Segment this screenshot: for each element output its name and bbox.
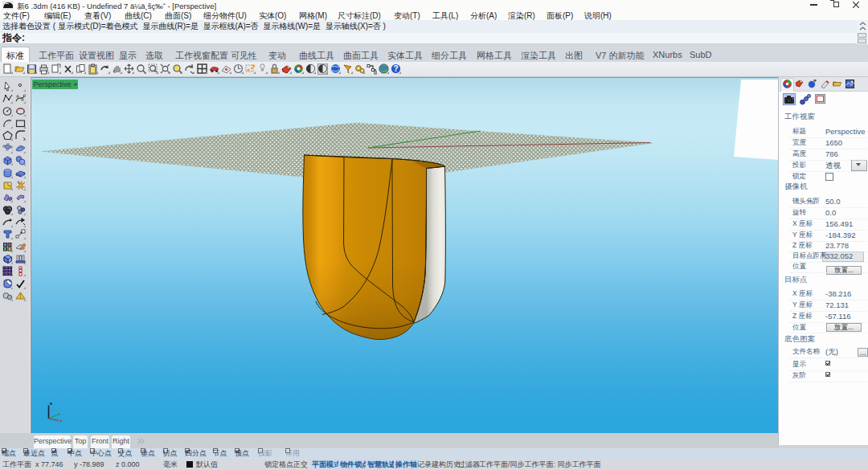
svg-text:?: ? [393, 64, 398, 73]
